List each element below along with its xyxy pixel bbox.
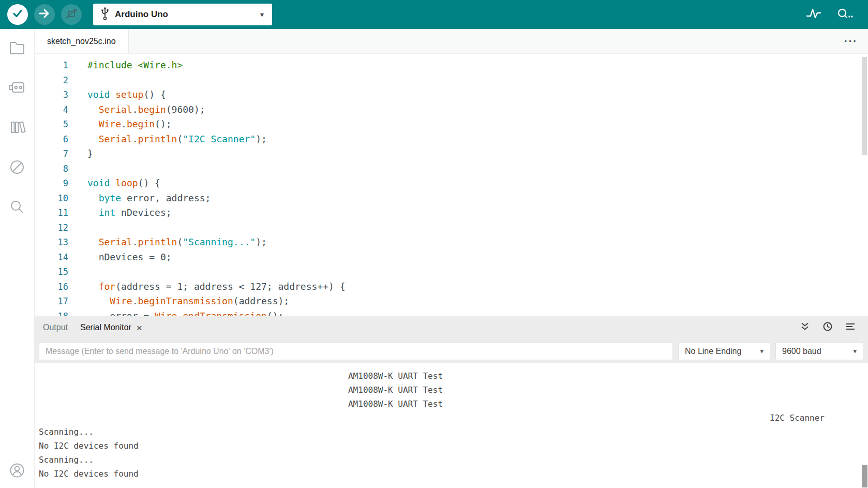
line-number: 16 — [35, 279, 68, 294]
baud-rate-value: 9600 baud — [782, 347, 821, 356]
verify-button[interactable] — [7, 4, 28, 25]
serial-output[interactable]: AM1008W-K UART TestAM1008W-K UART TestAM… — [35, 363, 868, 488]
sidebar — [0, 29, 35, 488]
line-number: 1 — [35, 58, 68, 73]
debug-icon — [65, 7, 78, 22]
code-line-text: void loop() { — [68, 176, 160, 191]
code-line: 1#include <Wire.h> — [35, 58, 868, 73]
code-line-text: void setup() { — [68, 87, 166, 102]
checkmark-icon — [11, 7, 24, 22]
line-number: 3 — [35, 87, 68, 102]
line-number: 15 — [35, 264, 68, 279]
editor-tabbar: sketch_nov25c.ino ··· — [35, 29, 868, 54]
board-name: Arduino Uno — [115, 9, 168, 20]
debugger-button[interactable] — [7, 159, 27, 178]
tab-output[interactable]: Output — [37, 323, 74, 332]
code-line: 10 byte error, address; — [35, 191, 868, 206]
serial-message-input[interactable] — [39, 343, 673, 360]
clock-icon — [822, 321, 833, 334]
editor-tab-title: sketch_nov25c.ino — [47, 37, 116, 46]
serial-line: I2C Scanner — [35, 411, 868, 425]
serial-plotter-button[interactable] — [805, 7, 822, 22]
serial-lines: AM1008W-K UART TestAM1008W-K UART TestAM… — [35, 369, 868, 481]
upload-button[interactable] — [34, 4, 55, 25]
clear-lines-icon — [845, 321, 856, 334]
timestamp-toggle-button[interactable] — [822, 322, 833, 333]
line-number: 7 — [35, 146, 68, 161]
account-button[interactable] — [7, 462, 27, 481]
code-line-text — [68, 161, 87, 176]
line-number: 5 — [35, 117, 68, 132]
board-selector[interactable]: Arduino Uno ▾ — [93, 4, 272, 25]
line-number: 4 — [35, 102, 68, 117]
close-icon[interactable]: × — [137, 323, 142, 333]
code-line: 15 — [35, 264, 868, 279]
code-line: 14 nDevices = 0; — [35, 250, 868, 265]
usb-icon — [100, 6, 110, 23]
code-editor[interactable]: 1#include <Wire.h>23void setup() {4 Seri… — [35, 54, 868, 316]
account-icon — [8, 461, 26, 482]
line-number: 2 — [35, 73, 68, 88]
code-line: 8 — [35, 161, 868, 176]
code-lines: 1#include <Wire.h>23void setup() {4 Seri… — [35, 58, 868, 316]
serial-line: No I2C devices found — [35, 467, 868, 481]
panel-actions — [799, 322, 863, 333]
sketchbook-button[interactable] — [7, 39, 27, 58]
code-line-text: } — [68, 146, 93, 161]
library-manager-button[interactable] — [7, 119, 27, 138]
chevron-down-icon: ▾ — [260, 10, 264, 19]
arduino-ide-window: Arduino Uno ▾ — [0, 0, 868, 488]
serial-input-row: No Line Ending ▾ 9600 baud ▾ — [35, 339, 868, 363]
serial-line: No I2C devices found — [35, 439, 868, 453]
double-chevron-down-icon — [800, 321, 810, 334]
editor-scrollbar-thumb[interactable] — [862, 57, 867, 155]
code-line-text: error = Wire.endTransmission(); — [68, 309, 283, 316]
line-number: 9 — [35, 176, 68, 191]
collapse-panel-button[interactable] — [799, 322, 811, 333]
baud-rate-select[interactable]: 9600 baud ▾ — [775, 343, 863, 360]
code-line: 12 — [35, 220, 868, 235]
code-line: 3void setup() { — [35, 87, 868, 102]
books-icon — [8, 118, 26, 139]
code-line: 16 for(address = 1; address < 127; addre… — [35, 279, 868, 294]
code-line-text: Serial.println("Scanning..."); — [68, 235, 267, 250]
line-number: 12 — [35, 220, 68, 235]
circle-slash-icon — [8, 158, 26, 179]
serial-line: AM1008W-K UART Test — [35, 397, 868, 411]
code-line-text — [68, 73, 87, 88]
serial-monitor-button[interactable] — [836, 7, 854, 22]
toolbar-right — [805, 7, 861, 22]
line-number: 8 — [35, 161, 68, 176]
code-line-text: int nDevices; — [68, 205, 172, 220]
clear-output-button[interactable] — [845, 322, 856, 333]
tab-serial-monitor[interactable]: Serial Monitor × — [74, 323, 148, 333]
code-line: 5 Wire.begin(); — [35, 117, 868, 132]
code-line: 7} — [35, 146, 868, 161]
folder-icon — [8, 38, 26, 59]
code-line-text: byte error, address; — [68, 191, 211, 206]
debug-button[interactable] — [61, 4, 82, 25]
right-arrow-icon — [38, 7, 51, 22]
boards-manager-button[interactable] — [7, 79, 27, 98]
code-line-text: Serial.begin(9600); — [68, 102, 205, 117]
code-line-text — [68, 264, 87, 279]
serial-line: Scanning... — [35, 453, 868, 467]
editor-tab-sketch[interactable]: sketch_nov25c.ino — [35, 29, 129, 53]
code-line: 2 — [35, 73, 868, 88]
search-button[interactable] — [7, 199, 27, 217]
line-number: 18 — [35, 309, 68, 316]
line-number: 10 — [35, 191, 68, 206]
bottom-panel-tabbar: Output Serial Monitor × — [35, 316, 868, 339]
more-menu-button[interactable]: ··· — [834, 35, 868, 47]
code-line-text: Wire.begin(); — [68, 117, 172, 132]
chevron-down-icon: ▾ — [853, 347, 857, 355]
serial-line: Scanning... — [35, 425, 868, 439]
serial-monitor-icon — [836, 7, 853, 22]
output-scrollbar-thumb[interactable] — [862, 465, 867, 487]
line-number: 6 — [35, 132, 68, 147]
board-icon — [8, 78, 26, 99]
serial-plotter-icon — [806, 7, 821, 22]
code-line: 11 int nDevices; — [35, 205, 868, 220]
line-ending-select[interactable]: No Line Ending ▾ — [678, 343, 770, 360]
code-line-text: nDevices = 0; — [68, 250, 172, 265]
